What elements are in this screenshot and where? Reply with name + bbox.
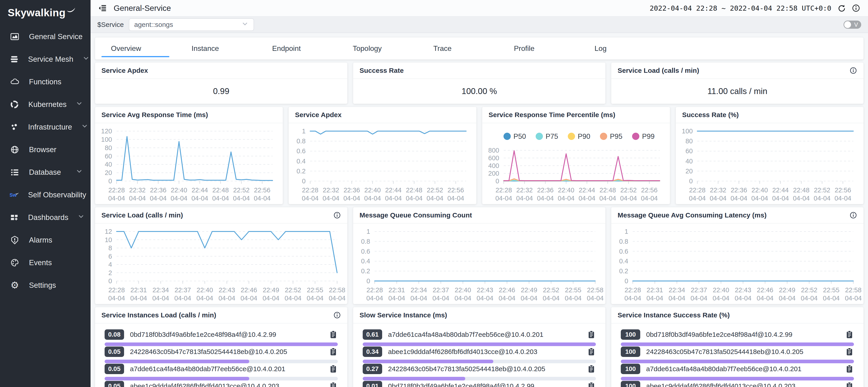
clipboard-icon[interactable] (329, 330, 338, 339)
avg_resp-chart[interactable]: 02040608010012022:2804-0422:3204-0422:36… (95, 123, 283, 204)
svg-text:04-04: 04-04 (710, 195, 726, 202)
mq_latency-chart[interactable]: 00.20.40.60.8122:2804-0422:3104-0422:340… (611, 223, 864, 304)
sidebar-item-dashboards[interactable]: Dashboards (0, 206, 91, 229)
value-badge: 0.08 (104, 329, 124, 340)
sidebar-item-general-service[interactable]: General Service (0, 25, 91, 48)
sidebar-item-settings[interactable]: ⚙ Settings (0, 274, 91, 296)
svg-text:0.4: 0.4 (619, 257, 628, 265)
chevron-down-icon (75, 100, 83, 109)
progress-track (621, 360, 854, 363)
instance-name[interactable]: 0bd718f0b3df49a6bfe1e2ce48f98a4f@10.4.2.… (646, 331, 839, 339)
sidebar-item-database[interactable]: Database (0, 161, 91, 183)
svg-text:04-04: 04-04 (624, 294, 641, 302)
svg-text:04-04: 04-04 (329, 294, 345, 302)
tab-trace[interactable]: Trace (423, 38, 503, 60)
service_load-chart[interactable]: 02468101222:2804-0422:3104-0422:3404-042… (95, 223, 347, 304)
dots-icon (9, 122, 19, 132)
metric-value: 11.00 calls / min (611, 79, 864, 104)
svg-text:P90: P90 (578, 133, 590, 140)
clipboard-icon[interactable] (329, 364, 338, 374)
refresh-icon[interactable] (837, 4, 846, 12)
sidebar-item-alarms[interactable]: Alarms (0, 229, 91, 251)
version-toggle[interactable]: V (843, 21, 861, 29)
sidebar-item-kubernetes[interactable]: Kubernetes (0, 93, 91, 116)
svg-text:04-04: 04-04 (427, 195, 443, 202)
info-icon[interactable] (852, 4, 860, 12)
svg-text:P50: P50 (514, 133, 526, 140)
instance-name[interactable]: 24228463c05b47c7813fa502544418eb@10.4.0.… (388, 365, 581, 373)
tab-profile[interactable]: Profile (503, 38, 584, 60)
sidebar-item-functions[interactable]: Functions (0, 71, 91, 93)
instance-name[interactable]: 0bd718f0b3df49a6bfe1e2ce48f98a4f@10.4.2.… (130, 331, 323, 339)
clipboard-icon[interactable] (845, 330, 854, 339)
info-icon[interactable] (333, 311, 341, 319)
card-title: Service Apdex (101, 67, 148, 74)
svg-text:04-04: 04-04 (388, 294, 405, 302)
logo-swoosh-icon (66, 7, 76, 13)
sidebar-item-self-observability[interactable]: Sw Self Observability (0, 183, 91, 206)
mq_count-chart[interactable]: 00.20.40.60.8122:2804-0422:3104-0422:340… (353, 223, 606, 304)
tab-log[interactable]: Log (584, 38, 664, 60)
instance-name[interactable]: 0bd718f0b3df49a6bfe1e2ce48f98a4f@10.4.2.… (388, 382, 581, 387)
svg-text:22:58: 22:58 (845, 286, 862, 294)
svg-text:22:40: 22:40 (713, 286, 729, 294)
progress-fill (363, 377, 465, 381)
svg-text:2: 2 (108, 269, 112, 277)
metric-value: 0.99 (95, 79, 347, 104)
svg-text:22:28: 22:28 (689, 186, 706, 194)
metric-card-service-apdex: Service Apdex 0.99 (95, 63, 347, 104)
instance-name[interactable]: abee1c9dddaf4f6286fbf6dfd4013cce@10.4.0.… (388, 348, 581, 356)
apdex-chart[interactable]: 00.20.40.60.8122:2804-0422:3204-0422:360… (289, 123, 476, 204)
svg-text:22:48: 22:48 (406, 186, 423, 194)
svg-text:04-04: 04-04 (130, 294, 147, 302)
instance-name[interactable]: a7dde61ca4fa48a4b80dab7f7eeb56ce@10.4.0.… (130, 365, 323, 373)
tab-overview[interactable]: Overview (100, 38, 181, 60)
tab-endpoint[interactable]: Endpoint (261, 38, 342, 60)
svg-text:22:37: 22:37 (433, 286, 449, 294)
percentile-chart[interactable]: 020040060080022:2804-0422:3204-0422:3604… (482, 123, 670, 204)
sidebar-item-browser[interactable]: Browser (0, 138, 91, 161)
clipboard-icon[interactable] (845, 364, 854, 374)
chart-icon (9, 31, 20, 42)
sidebar-collapse-icon[interactable] (98, 4, 107, 12)
sidebar-item-service-mesh[interactable]: Service Mesh (0, 48, 91, 71)
svg-text:04-04: 04-04 (579, 195, 595, 202)
tab-instance[interactable]: Instance (181, 38, 261, 60)
instance-name[interactable]: 24228463c05b47c7813fa502544418eb@10.4.0.… (130, 348, 323, 356)
svg-text:600: 600 (488, 154, 499, 162)
info-icon[interactable] (849, 67, 857, 74)
sidebar-item-events[interactable]: Events (0, 251, 91, 274)
svg-text:22:32: 22:32 (323, 186, 339, 194)
svg-text:04-04: 04-04 (835, 195, 851, 202)
service-select[interactable]: agent::songs (129, 18, 254, 31)
clipboard-icon[interactable] (329, 347, 338, 356)
clipboard-icon[interactable] (587, 364, 596, 374)
clipboard-icon[interactable] (587, 347, 596, 356)
instance-name[interactable]: a7dde61ca4fa48a4b80dab7f7eeb56ce@10.4.0.… (646, 365, 839, 373)
clipboard-icon[interactable] (587, 382, 596, 387)
progress-track (104, 377, 338, 381)
instance-name[interactable]: abee1c9dddaf4f6286fbf6dfd4013cce@10.4.0.… (646, 382, 839, 387)
instance-name[interactable]: a7dde61ca4fa48a4b80dab7f7eeb56ce@10.4.0.… (388, 331, 581, 339)
sidebar-item-infrastructure[interactable]: Infrastructure (0, 116, 91, 138)
success_rate-chart[interactable]: 02040608010022:2804-0422:3204-0422:3604-… (676, 123, 864, 204)
clipboard-icon[interactable] (845, 382, 854, 387)
clipboard-icon[interactable] (845, 347, 854, 356)
info-icon[interactable] (849, 211, 857, 219)
clipboard-icon[interactable] (329, 382, 338, 387)
instance-name[interactable]: 24228463c05b47c7813fa502544418eb@10.4.0.… (646, 348, 839, 356)
instance-name[interactable]: abee1c9dddaf4f6286fbf6dfd4013cce@10.4.0.… (130, 382, 323, 387)
clipboard-icon[interactable] (587, 330, 596, 339)
svg-text:04-04: 04-04 (801, 294, 817, 302)
svg-text:22:31: 22:31 (130, 286, 147, 294)
svg-text:04-04: 04-04 (262, 294, 279, 302)
time-range[interactable]: 2022-04-04 22:28 ~ 2022-04-04 22:58 UTC+… (650, 4, 831, 12)
list-card-service-instance-success-rate-: Service Instance Success Rate (%) 100 0b… (611, 307, 864, 387)
sidebar: Skywalking General Service Service Mesh … (0, 0, 91, 387)
progress-fill (363, 360, 493, 363)
info-icon[interactable] (333, 211, 341, 219)
tab-topology[interactable]: Topology (342, 38, 423, 60)
svg-text:04-04: 04-04 (218, 294, 235, 302)
svg-text:22:43: 22:43 (735, 286, 751, 294)
svg-text:400: 400 (488, 162, 499, 169)
